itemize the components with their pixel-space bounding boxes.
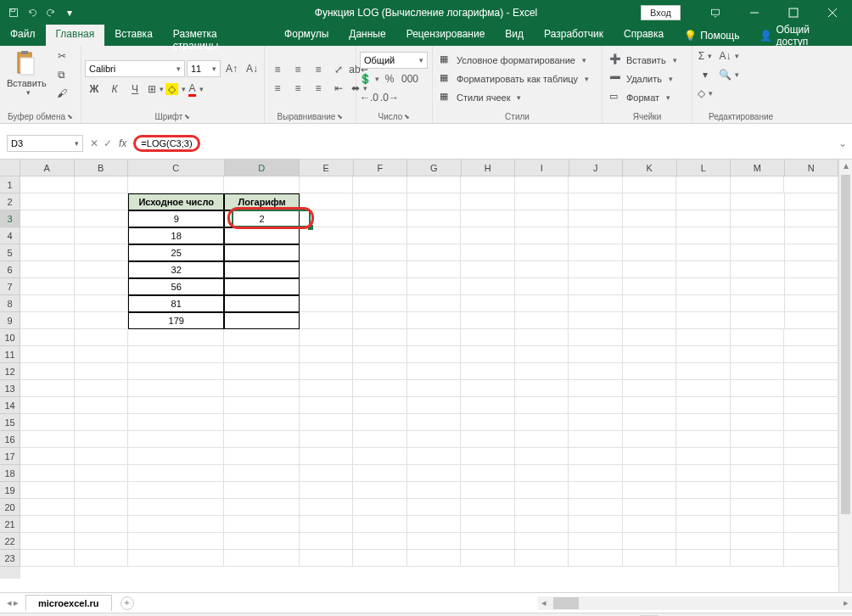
cell[interactable] [20, 193, 75, 210]
paste-button[interactable]: Вставить ▾ [3, 48, 50, 98]
cell[interactable] [20, 210, 75, 227]
name-box[interactable]: D3▾ [7, 135, 83, 152]
cell[interactable] [623, 516, 677, 533]
cell[interactable] [461, 465, 515, 482]
cell[interactable] [20, 499, 75, 516]
align-right-icon[interactable]: ≡ [309, 80, 328, 97]
format-cells-button[interactable]: ▭Формат▾ [606, 89, 674, 106]
cell-styles-button[interactable]: ▦Стили ячеек▾ [436, 89, 524, 106]
cell[interactable] [623, 414, 677, 431]
cell[interactable] [784, 414, 838, 431]
cell[interactable] [785, 244, 839, 261]
delete-cells-button[interactable]: ➖Удалить▾ [606, 70, 676, 87]
cell[interactable] [300, 380, 354, 397]
cell[interactable] [353, 363, 407, 380]
cell[interactable] [353, 329, 407, 346]
maximize-icon[interactable] [774, 0, 813, 25]
cell[interactable] [515, 533, 569, 550]
cell[interactable] [461, 329, 515, 346]
cell[interactable] [407, 363, 462, 380]
cell[interactable] [300, 329, 354, 346]
col-header-B[interactable]: B [75, 160, 129, 176]
cell[interactable] [224, 431, 299, 448]
cell[interactable] [353, 244, 407, 261]
cell[interactable] [75, 244, 129, 261]
cell[interactable] [224, 176, 299, 193]
cell[interactable] [128, 516, 224, 533]
expand-formula-icon[interactable]: ⌄ [838, 137, 847, 149]
fx-icon[interactable]: fx [119, 137, 126, 149]
autosum-icon[interactable]: Σ▾ [696, 48, 715, 64]
align-bottom-icon[interactable]: ≡ [309, 61, 328, 78]
row-header-20[interactable]: 20 [0, 499, 20, 516]
cell[interactable] [224, 499, 299, 516]
cell[interactable] [224, 312, 299, 329]
cell[interactable] [128, 329, 224, 346]
cell[interactable] [20, 380, 75, 397]
cell[interactable] [515, 363, 569, 380]
cell[interactable] [569, 550, 623, 567]
cell[interactable] [224, 295, 299, 312]
cell[interactable] [731, 244, 785, 261]
cell[interactable] [353, 261, 407, 278]
cell[interactable] [676, 482, 731, 499]
cell[interactable] [407, 193, 462, 210]
col-header-N[interactable]: N [785, 160, 839, 176]
cell[interactable] [20, 448, 75, 465]
row-header-13[interactable]: 13 [0, 380, 20, 397]
cell[interactable] [407, 295, 462, 312]
cell[interactable] [20, 516, 75, 533]
align-middle-icon[interactable]: ≡ [289, 61, 307, 78]
cell[interactable] [785, 312, 839, 329]
cell[interactable] [515, 346, 569, 363]
cell[interactable] [515, 482, 569, 499]
cell[interactable] [461, 363, 515, 380]
cell[interactable] [20, 465, 75, 482]
cell[interactable] [731, 295, 785, 312]
tell-me[interactable]: 💡Помощь [674, 25, 749, 46]
cell[interactable]: 25 [128, 244, 224, 261]
copy-icon[interactable]: ⧉ [53, 66, 71, 83]
cell[interactable] [300, 448, 354, 465]
col-header-G[interactable]: G [407, 160, 462, 176]
cell[interactable]: 56 [128, 278, 224, 295]
cell[interactable] [353, 227, 407, 244]
cell[interactable] [515, 550, 569, 567]
orientation-icon[interactable]: ⤢ [329, 61, 348, 78]
cell[interactable] [407, 346, 462, 363]
cell[interactable] [623, 244, 677, 261]
cell[interactable] [623, 312, 677, 329]
cell[interactable] [224, 261, 299, 278]
tab-developer[interactable]: Разработчик [534, 25, 614, 46]
cell[interactable] [623, 397, 677, 414]
row-header-4[interactable]: 4 [0, 227, 20, 244]
cell[interactable] [20, 414, 75, 431]
cell[interactable] [569, 261, 623, 278]
cell[interactable] [676, 329, 731, 346]
cell[interactable] [731, 227, 785, 244]
cell[interactable] [784, 363, 838, 380]
row-header-19[interactable]: 19 [0, 482, 20, 499]
cell[interactable] [407, 482, 462, 499]
cell[interactable] [300, 346, 354, 363]
close-icon[interactable] [813, 0, 852, 25]
cell[interactable] [461, 499, 515, 516]
cell[interactable] [20, 295, 75, 312]
cell[interactable] [128, 414, 224, 431]
cell[interactable] [224, 465, 299, 482]
cell[interactable] [623, 363, 677, 380]
cell[interactable] [20, 329, 75, 346]
cell[interactable]: 81 [128, 295, 224, 312]
col-header-F[interactable]: F [354, 160, 408, 176]
cell[interactable] [623, 210, 677, 227]
enter-formula-icon[interactable]: ✓ [104, 137, 112, 149]
cell[interactable] [75, 193, 129, 210]
cell[interactable] [224, 346, 299, 363]
cell[interactable] [784, 482, 838, 499]
cell[interactable] [75, 499, 129, 516]
cell[interactable] [353, 533, 407, 550]
cell[interactable] [731, 465, 785, 482]
cell[interactable] [731, 210, 785, 227]
col-header-L[interactable]: L [677, 160, 731, 176]
cell[interactable] [784, 397, 838, 414]
